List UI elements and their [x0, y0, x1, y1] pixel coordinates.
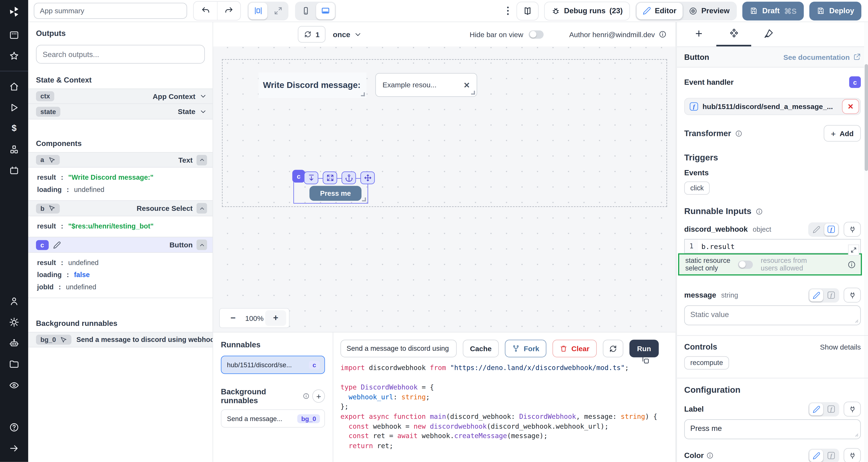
more-menu-button[interactable] [505, 7, 511, 15]
run-button[interactable]: Run [629, 340, 659, 357]
app-canvas[interactable]: Write Discord message: Example resou... … [213, 46, 676, 332]
eval-mode-button[interactable]: f [824, 403, 838, 415]
component-row-c[interactable]: c Button [28, 237, 213, 253]
connect-plug-button[interactable] [844, 402, 861, 417]
kv-value[interactable]: undefined [74, 186, 104, 194]
resource-select-component[interactable]: Example resou... ✕ [375, 73, 477, 97]
fork-button[interactable]: Fork [505, 340, 547, 357]
static-mode-button[interactable] [809, 403, 823, 415]
recompute-pill[interactable]: recompute [684, 356, 729, 369]
kv-key[interactable]: loading [37, 271, 62, 279]
connect-plug-button[interactable] [844, 448, 861, 462]
expand-down-button[interactable] [304, 171, 318, 184]
connect-plug-button[interactable] [844, 288, 861, 303]
tab-styling[interactable] [751, 22, 786, 46]
eval-mode-button[interactable]: f [824, 223, 838, 235]
show-details-link[interactable]: Show details [820, 343, 861, 351]
kv-key[interactable]: jobId [37, 283, 54, 291]
component-row-b[interactable]: b Resource Select [28, 201, 213, 216]
sidebar-audit-icon[interactable] [0, 374, 28, 396]
static-mode-button[interactable] [809, 450, 823, 462]
schedule-dropdown[interactable]: once [333, 30, 362, 38]
chevron-down-icon[interactable] [199, 108, 207, 116]
resize-handle[interactable] [471, 91, 475, 95]
search-outputs-input[interactable] [36, 45, 205, 64]
output-row-ctx[interactable]: ctx App Context [28, 89, 213, 104]
message-static-input[interactable]: Static value [684, 305, 861, 325]
collapse-a-button[interactable] [196, 155, 207, 165]
add-background-runnable-button[interactable]: + [312, 390, 325, 403]
see-documentation-link[interactable]: See documentation [783, 53, 861, 61]
runnable-item-selected[interactable]: hub/1511/discord/se... c [221, 356, 325, 374]
background-runnable-item[interactable]: Send a message... bg_0 [221, 409, 325, 428]
sidebar-folders-icon[interactable] [0, 354, 28, 375]
move-button[interactable] [361, 171, 375, 184]
component-row-a[interactable]: a Text [28, 152, 213, 168]
mobile-view-button[interactable] [296, 2, 315, 19]
label-value-input[interactable]: Press me [684, 419, 861, 439]
refresh-count-button[interactable]: 1 [298, 26, 326, 42]
copy-icon[interactable] [641, 356, 650, 365]
maximize-button[interactable] [323, 171, 337, 184]
kv-value[interactable]: undefined [66, 283, 96, 291]
kv-value[interactable]: undefined [68, 259, 98, 267]
app-summary-input[interactable] [34, 3, 187, 19]
selected-button-component[interactable]: c Press me [293, 178, 368, 204]
windmill-logo-icon[interactable] [0, 0, 28, 24]
redo-button[interactable] [217, 2, 240, 20]
sidebar-collapse-icon[interactable] [0, 437, 28, 459]
resize-handle[interactable] [362, 198, 366, 201]
kv-key[interactable]: loading [37, 186, 62, 194]
info-icon[interactable] [735, 130, 742, 137]
connect-plug-button[interactable] [844, 222, 861, 237]
background-runnable-row[interactable]: bg_0 Send a message to discord using web… [28, 332, 213, 348]
kv-value[interactable]: "$res:u/henri/testing_bot" [68, 223, 154, 230]
static-mode-button[interactable] [809, 223, 823, 235]
kv-key[interactable]: result [37, 174, 56, 182]
collapse-c-button[interactable] [196, 239, 207, 250]
center-layout-button[interactable] [249, 2, 268, 19]
deploy-button[interactable]: Deploy [809, 1, 861, 20]
sidebar-resources-icon[interactable] [0, 139, 28, 160]
tab-component-settings[interactable] [716, 22, 751, 46]
info-icon[interactable] [303, 393, 310, 399]
expression-editor[interactable]: 1 b.result [684, 239, 861, 253]
info-icon[interactable] [756, 208, 763, 215]
sidebar-help-icon[interactable] [0, 417, 28, 438]
zoom-out-button[interactable]: − [223, 310, 244, 326]
kv-value[interactable]: "Write Discord message:" [68, 174, 153, 182]
static-mode-button[interactable] [809, 289, 823, 301]
kv-key[interactable]: result [37, 223, 56, 230]
sidebar-variables-icon[interactable]: $ [0, 118, 28, 139]
code-content[interactable]: import discordwebhook from "https://deno… [340, 363, 675, 452]
script-name-input[interactable] [340, 340, 457, 357]
component-id-tab[interactable]: c [292, 170, 305, 183]
zoom-in-button[interactable]: + [265, 310, 286, 326]
resize-handle[interactable] [361, 92, 365, 96]
sidebar-user-icon[interactable] [0, 290, 28, 311]
fullscreen-layout-button[interactable] [269, 2, 287, 19]
info-icon[interactable] [707, 452, 714, 459]
info-icon[interactable] [659, 31, 667, 38]
chevron-down-icon[interactable] [199, 92, 207, 100]
runnable-picker[interactable]: f hub/1511/discord/send_a_message_... ✕ [684, 98, 861, 115]
debug-runs-button[interactable]: Debug runs (23) [544, 1, 630, 20]
sidebar-schedules-icon[interactable] [0, 160, 28, 181]
eval-mode-button[interactable]: f [824, 289, 838, 301]
sidebar-favorites-icon[interactable] [0, 45, 28, 66]
draft-button[interactable]: Draft ⌘S [742, 1, 804, 20]
undo-button[interactable] [194, 2, 217, 20]
add-transformer-button[interactable]: + Add [824, 125, 861, 142]
hide-bar-toggle[interactable] [529, 30, 544, 38]
cache-button[interactable]: Cache [463, 340, 499, 357]
remove-runnable-button[interactable]: ✕ [842, 99, 859, 114]
sidebar-settings-icon[interactable] [0, 311, 28, 332]
tab-insert-component[interactable]: + [682, 22, 716, 46]
click-event-pill[interactable]: click [684, 182, 710, 195]
press-me-button[interactable]: Press me [309, 186, 362, 201]
tab-editor[interactable]: Editor [637, 2, 683, 19]
kv-key[interactable]: result [37, 259, 56, 267]
info-icon[interactable] [847, 260, 856, 268]
sidebar-runs-icon[interactable] [0, 97, 28, 118]
eval-mode-button[interactable]: f [824, 450, 838, 462]
